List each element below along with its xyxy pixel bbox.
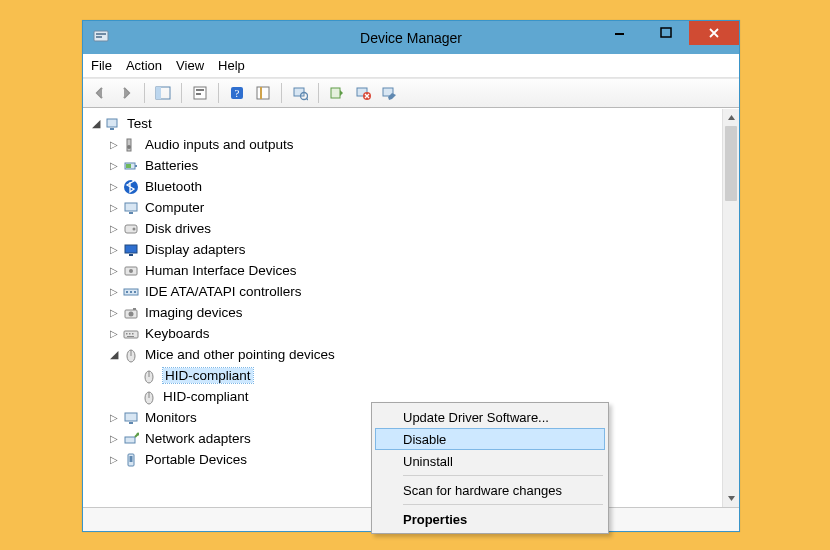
tree-node-label: Network adapters xyxy=(145,431,251,446)
vertical-scrollbar[interactable] xyxy=(722,109,739,507)
scroll-up-arrow[interactable] xyxy=(723,109,739,126)
collapse-arrow-icon[interactable]: ◢ xyxy=(107,348,121,362)
help-button[interactable]: ? xyxy=(226,82,248,104)
tree-node[interactable]: ◢Test xyxy=(89,113,722,134)
svg-rect-16 xyxy=(331,88,340,98)
expand-arrow-icon[interactable]: ▷ xyxy=(107,243,121,257)
action-button[interactable] xyxy=(252,82,274,104)
ctx-separator xyxy=(403,504,603,505)
scroll-down-arrow[interactable] xyxy=(723,490,739,507)
expand-arrow-icon[interactable]: ▷ xyxy=(107,222,121,236)
scroll-thumb[interactable] xyxy=(725,126,737,201)
tree-node[interactable]: ◢Mice and other pointing devices xyxy=(89,344,722,365)
battery-icon xyxy=(123,158,139,174)
computerRoot-icon xyxy=(105,116,121,132)
svg-rect-9 xyxy=(196,93,201,95)
svg-rect-39 xyxy=(134,291,136,293)
svg-rect-25 xyxy=(135,165,137,167)
tree-node[interactable]: ▷Display adapters xyxy=(89,239,722,260)
menu-help[interactable]: Help xyxy=(218,58,245,73)
collapse-arrow-icon[interactable]: ◢ xyxy=(89,117,103,131)
svg-rect-20 xyxy=(107,119,117,127)
tree-node-label: HID-compliant xyxy=(163,389,249,404)
svg-point-31 xyxy=(133,227,136,230)
svg-rect-8 xyxy=(196,89,204,91)
tree-node-label: Audio inputs and outputs xyxy=(145,137,294,152)
hid-icon xyxy=(123,263,139,279)
tree-node[interactable]: ▷Disk drives xyxy=(89,218,722,239)
svg-rect-2 xyxy=(96,36,102,38)
tree-node-label: Display adapters xyxy=(145,242,246,257)
scan-hardware-button[interactable] xyxy=(289,82,311,104)
mouse-icon xyxy=(141,389,157,405)
titlebar: Device Manager xyxy=(83,21,739,54)
context-menu: Update Driver Software... Disable Uninst… xyxy=(371,402,609,534)
tree-node[interactable]: ▷Keyboards xyxy=(89,323,722,344)
ctx-uninstall[interactable]: Uninstall xyxy=(375,450,605,472)
expand-arrow-icon[interactable]: ▷ xyxy=(107,432,121,446)
tree-node-label: Portable Devices xyxy=(145,452,247,467)
expand-arrow-icon[interactable]: ▷ xyxy=(107,327,121,341)
expand-arrow-icon[interactable]: ▷ xyxy=(107,264,121,278)
expand-arrow-icon[interactable]: ▷ xyxy=(107,159,121,173)
toolbar: ? xyxy=(83,78,739,108)
tree-node[interactable]: ▷Human Interface Devices xyxy=(89,260,722,281)
svg-rect-13 xyxy=(260,87,262,99)
tree-node[interactable]: ▷Batteries xyxy=(89,155,722,176)
svg-point-35 xyxy=(129,269,133,273)
tree-node[interactable]: ▷Audio inputs and outputs xyxy=(89,134,722,155)
svg-rect-32 xyxy=(125,245,137,253)
tree-node-label: Disk drives xyxy=(145,221,211,236)
menu-view[interactable]: View xyxy=(176,58,204,73)
svg-rect-45 xyxy=(129,333,131,335)
svg-rect-59 xyxy=(130,456,133,462)
expand-arrow-icon[interactable]: ▷ xyxy=(107,306,121,320)
expand-arrow-icon[interactable]: ▷ xyxy=(107,285,121,299)
ctx-properties[interactable]: Properties xyxy=(375,508,605,530)
monitor-icon xyxy=(123,410,139,426)
network-icon xyxy=(123,431,139,447)
tree-node[interactable]: ▷Bluetooth xyxy=(89,176,722,197)
computer-icon xyxy=(123,200,139,216)
tree-node[interactable]: ▷Imaging devices xyxy=(89,302,722,323)
minimize-button[interactable] xyxy=(597,21,643,45)
ctx-disable[interactable]: Disable xyxy=(375,428,605,450)
ctx-separator xyxy=(403,475,603,476)
expand-arrow-icon[interactable]: ▷ xyxy=(107,180,121,194)
close-button[interactable] xyxy=(689,21,739,45)
menu-file[interactable]: File xyxy=(91,58,112,73)
tree-node[interactable]: ▷HID-compliant xyxy=(89,365,722,386)
svg-rect-54 xyxy=(125,413,137,421)
tree-node-label: Monitors xyxy=(145,410,197,425)
svg-rect-37 xyxy=(126,291,128,293)
imaging-icon xyxy=(123,305,139,321)
disk-icon xyxy=(123,221,139,237)
tree-node-label: Batteries xyxy=(145,158,198,173)
expand-arrow-icon[interactable]: ▷ xyxy=(107,411,121,425)
svg-rect-28 xyxy=(125,203,137,211)
forward-button[interactable] xyxy=(115,82,137,104)
update-driver-button[interactable] xyxy=(326,82,348,104)
disable-button[interactable] xyxy=(378,82,400,104)
expand-arrow-icon[interactable]: ▷ xyxy=(107,201,121,215)
keyboard-icon xyxy=(123,326,139,342)
maximize-button[interactable] xyxy=(643,21,689,45)
menu-action[interactable]: Action xyxy=(126,58,162,73)
expand-arrow-icon[interactable]: ▷ xyxy=(107,138,121,152)
tree-node[interactable]: ▷Computer xyxy=(89,197,722,218)
back-button[interactable] xyxy=(89,82,111,104)
tree-node-label: Computer xyxy=(145,200,204,215)
tree-node[interactable]: ▷IDE ATA/ATAPI controllers xyxy=(89,281,722,302)
uninstall-button[interactable] xyxy=(352,82,374,104)
svg-rect-55 xyxy=(129,422,133,424)
properties-button[interactable] xyxy=(189,82,211,104)
ctx-update-driver[interactable]: Update Driver Software... xyxy=(375,406,605,428)
svg-rect-33 xyxy=(129,254,133,256)
svg-point-23 xyxy=(127,145,131,149)
display-icon xyxy=(123,242,139,258)
svg-rect-6 xyxy=(156,87,161,99)
expand-arrow-icon[interactable]: ▷ xyxy=(107,453,121,467)
tree-node-label: Imaging devices xyxy=(145,305,243,320)
ctx-scan[interactable]: Scan for hardware changes xyxy=(375,479,605,501)
show-hide-console-tree-button[interactable] xyxy=(152,82,174,104)
